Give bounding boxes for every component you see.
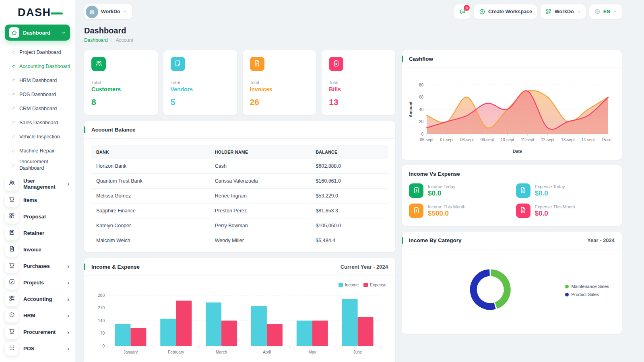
sidebar-item-sales-dashboard[interactable]: Sales Dashboard xyxy=(0,116,75,130)
sidebar-item-pos-dashboard[interactable]: POS Dashboard xyxy=(0,88,75,102)
sidebar-item-accounting[interactable]: Accounting› xyxy=(0,291,75,307)
svg-text:80: 80 xyxy=(419,83,424,87)
sidebar-item-machine-repair[interactable]: Machine Repair xyxy=(0,144,75,158)
bullet-icon xyxy=(12,107,16,111)
sidebar-item-label: POS Dashboard xyxy=(19,92,56,98)
sidebar-item-crm-dashboard[interactable]: CRM Dashboard xyxy=(0,102,75,116)
create-workspace-button[interactable]: Create Workspace xyxy=(474,4,537,19)
svg-text:13-sept: 13-sept xyxy=(561,138,575,142)
svg-text:April: April xyxy=(263,350,271,354)
stat-cards: TotalCustomers8TotalVendors5TotalInvoice… xyxy=(84,50,395,115)
sidebar-item-projects[interactable]: Projects› xyxy=(0,274,75,291)
sidebar-item-vehicle-inspection[interactable]: Vehicle Inspection xyxy=(0,130,75,144)
home-icon xyxy=(9,27,19,38)
stat-label: Vendors xyxy=(171,86,230,93)
bullet-icon xyxy=(12,65,16,69)
sidebar-item-label: Machine Repair xyxy=(19,148,55,154)
svg-text:210: 210 xyxy=(98,306,105,310)
sidebar-item-label: Projects xyxy=(23,280,67,286)
bill-icon: $ xyxy=(332,60,340,69)
file-icon xyxy=(8,245,15,254)
cashflow-area-chart: 02040608006-sept07-sept08-sept09-sept10-… xyxy=(407,73,611,156)
table-cell: $602,888.0 xyxy=(311,159,388,174)
sidebar-nav: User Management›ItemsProposalRetainerInv… xyxy=(0,173,75,357)
sidebar-item-items[interactable]: Items xyxy=(0,192,75,208)
stat-label: Bills xyxy=(329,86,388,93)
svg-text:10-sept: 10-sept xyxy=(501,138,514,142)
sidebar-item-accounting-dashboard[interactable]: Accounting Dashboard xyxy=(0,60,75,74)
stat-value: 5 xyxy=(171,97,230,107)
table-cell: Malcolm Welch xyxy=(91,233,210,248)
users-icon xyxy=(95,60,103,69)
income-expense-bar-chart: 070140210280JanuaryFebruaryMarchAprilMay… xyxy=(90,281,386,361)
svg-text:15-sept: 15-sept xyxy=(601,138,611,142)
sidebar-item-retainer[interactable]: Retainer xyxy=(0,225,75,241)
chevron-down-icon xyxy=(613,10,617,14)
chevron-right-icon: › xyxy=(67,181,69,187)
table-cell: Renee Ingram xyxy=(210,189,311,204)
table-cell: Carissa Valenzuela xyxy=(210,174,311,189)
income-vs-expense-panel: Income Vs Expense $Income Today$0.0Expen… xyxy=(402,165,622,226)
chevron-down-icon xyxy=(62,31,66,35)
cashflow-title: Cashflow xyxy=(409,56,433,62)
sidebar-item-label: Sales Dashboard xyxy=(19,120,58,126)
sidebar-item-project-dashboard[interactable]: Project Dashboard xyxy=(0,45,75,60)
account-balance-header: Account Balance xyxy=(84,121,395,139)
bullet-icon xyxy=(12,93,16,97)
breadcrumb-dashboard[interactable]: Dashboard xyxy=(84,37,108,43)
table-cell: Perry Bowman xyxy=(210,218,311,233)
stat-value: 26 xyxy=(250,97,309,107)
sidebar-item-procurement-dashboard[interactable]: Procurement Dashboard xyxy=(0,158,75,172)
dots-grid-icon xyxy=(8,344,15,353)
save-icon xyxy=(8,229,15,237)
table-cell: Quantum Trust Bank xyxy=(91,174,210,189)
income-expense-subtitle: Current Year - 2024 xyxy=(341,264,388,270)
sidebar-item-hrm-dashboard[interactable]: HRM Dashboard xyxy=(0,74,75,88)
legend-label: Product Sales xyxy=(571,292,599,297)
stat-prefix: Total xyxy=(171,80,230,85)
sidebar-item-procurement[interactable]: Procurement› xyxy=(0,324,75,340)
page-header: Dashboard Dashboard › Account xyxy=(84,26,622,43)
legend-dot xyxy=(565,285,569,288)
sidebar-item-invoice[interactable]: Invoice xyxy=(0,241,75,258)
brand-logo[interactable]: DASH xyxy=(18,6,58,19)
sidebar-item-label: Procurement Dashboard xyxy=(19,159,72,171)
workspace-menu-button[interactable]: WorkDo xyxy=(541,4,586,19)
file-icon xyxy=(519,186,527,195)
page-title: Dashboard xyxy=(84,26,622,35)
svg-text:60: 60 xyxy=(419,95,424,99)
language-selector[interactable]: EN xyxy=(589,4,622,19)
brand-logo-dash xyxy=(51,12,63,14)
table-row: Sapphire FinancePreston Perez$81,653.3 xyxy=(91,204,388,218)
income-expense-header: Income & Expense Current Year - 2024 xyxy=(84,258,395,276)
chevron-right-icon: › xyxy=(67,280,69,286)
svg-text:$: $ xyxy=(415,188,417,192)
svg-text:Amount: Amount xyxy=(408,101,413,117)
grid-plus-icon xyxy=(545,8,552,15)
invoice-icon xyxy=(253,60,261,69)
messages-button[interactable]: 0 xyxy=(454,4,471,19)
legend-item-product-sales: Product Sales xyxy=(565,292,609,297)
table-row: Quantum Trust BankCarissa Valenzuela$160… xyxy=(91,174,388,189)
sidebar-item-hrm[interactable]: HRM› xyxy=(0,307,75,324)
svg-text:280: 280 xyxy=(98,293,105,298)
legend-dot xyxy=(565,293,569,296)
income-expense-legend: IncomeExpense xyxy=(339,282,386,287)
svg-text:$: $ xyxy=(415,208,417,212)
cashflow-panel: Cashflow 02040608006-sept07-sept08-sept0… xyxy=(402,50,622,160)
sidebar-item-user-management[interactable]: User Management› xyxy=(0,175,75,192)
sidebar-item-dashboard[interactable]: Dashboard xyxy=(5,25,70,41)
sidebar-item-pos[interactable]: POS› xyxy=(0,340,75,357)
bullet-icon xyxy=(12,121,16,125)
sidebar-item-proposal[interactable]: Proposal xyxy=(0,208,75,225)
workspace-selector[interactable]: WorkDo xyxy=(84,4,132,19)
bullet-icon xyxy=(12,79,16,83)
ive-label: Income This Month xyxy=(428,204,465,209)
legend-label: Income xyxy=(345,282,359,287)
bullet-icon xyxy=(12,51,16,55)
sidebar-item-purchases[interactable]: Purchases› xyxy=(0,258,75,274)
stat-label: Customers xyxy=(91,86,151,93)
bill-icon: $ xyxy=(413,206,420,216)
sidebar-item-label: HRM Dashboard xyxy=(19,78,57,84)
svg-text:0: 0 xyxy=(421,132,423,136)
